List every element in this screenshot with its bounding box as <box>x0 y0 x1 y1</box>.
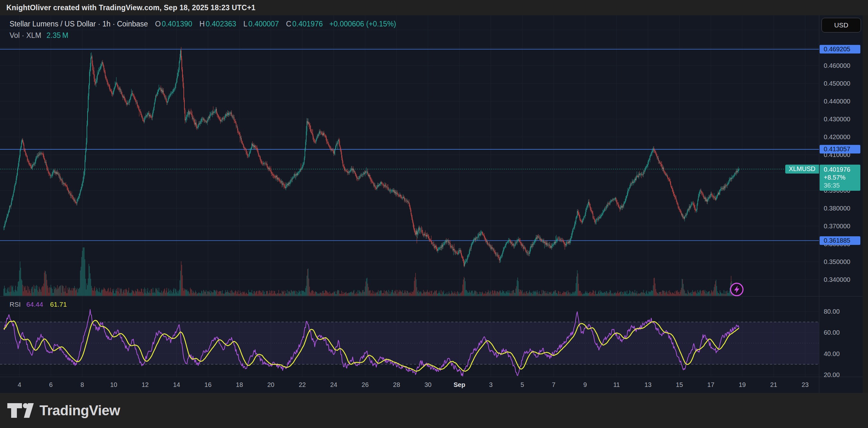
price-axis-label: 0.420000 <box>824 133 850 141</box>
watermark-bar: KnightOliver created with TradingView.co… <box>0 0 868 15</box>
price-level-badge: 0.361885 <box>819 236 860 245</box>
time-axis-label: 9 <box>583 381 587 389</box>
time-axis-label: 8 <box>81 381 84 389</box>
time-axis-label: 10 <box>110 381 117 389</box>
time-axis-label: 17 <box>707 381 714 389</box>
time-axis[interactable]: 4681012141618202224262830Sep357911131517… <box>0 377 863 393</box>
price-axis-label: 0.370000 <box>824 223 850 230</box>
last-price-value: 0.401976 <box>824 165 860 174</box>
candle-bodies-down <box>10 50 737 266</box>
tradingview-logo[interactable]: TradingView <box>7 402 120 419</box>
close-label: C <box>286 20 291 28</box>
price-axis-label: 0.450000 <box>824 80 850 87</box>
rsi-value-signal: 61.71 <box>50 301 67 308</box>
rsi-axis-label: 80.00 <box>824 308 840 315</box>
candle-wicks-up <box>4 49 739 267</box>
price-axis-label: 0.380000 <box>824 205 850 212</box>
last-price-symbol-tag[interactable]: XLMUSD <box>785 165 819 174</box>
time-axis-label: 11 <box>613 381 620 389</box>
lightning-marker-icon[interactable] <box>731 283 743 296</box>
price-change: +0.000606 (+0.15%) <box>329 20 396 28</box>
price-level-badge: 0.469205 <box>819 45 860 54</box>
close-value: 0.401976 <box>292 20 323 28</box>
rsi-value-main: 64.44 <box>26 301 43 308</box>
rsi-label[interactable]: RSI <box>9 301 21 308</box>
bar-countdown: 36:35 <box>824 182 860 189</box>
time-axis-label: 14 <box>173 381 180 389</box>
chart-area: Stellar Lumens / US Dollar · 1h · Coinba… <box>0 15 868 393</box>
time-axis-label: 26 <box>362 381 369 389</box>
time-axis-label: 20 <box>267 381 274 389</box>
candle-wicks-down <box>10 47 737 267</box>
time-axis-label: Sep <box>454 381 465 389</box>
volume-label[interactable]: Vol · XLM <box>9 31 41 39</box>
volume-bars-up <box>4 247 739 296</box>
price-axis-label: 0.460000 <box>824 62 850 69</box>
candle-bodies-up <box>4 50 739 266</box>
price-axis[interactable]: 0.4600000.4500000.4400000.4300000.420000… <box>819 15 863 393</box>
rsi-axis-label: 60.00 <box>824 329 840 336</box>
chart-legend: Stellar Lumens / US Dollar · 1h · Coinba… <box>9 20 396 40</box>
volume-legend-row: Vol · XLM 2.35 M <box>9 31 396 40</box>
price-axis-label: 0.340000 <box>824 276 850 283</box>
time-axis-label: 5 <box>521 381 524 389</box>
symbol-legend-row: Stellar Lumens / US Dollar · 1h · Coinba… <box>9 20 396 28</box>
time-axis-label: 24 <box>330 381 337 389</box>
time-axis-label: 19 <box>739 381 746 389</box>
price-chart-canvas[interactable] <box>0 15 868 393</box>
price-axis-label: 0.350000 <box>824 258 850 265</box>
footer-bar: TradingView <box>0 393 868 428</box>
right-edge-strip <box>863 15 868 393</box>
rsi-legend: RSI 64.44 61.71 <box>9 301 67 308</box>
time-axis-label: 16 <box>205 381 211 389</box>
time-axis-label: 6 <box>49 381 53 389</box>
time-axis-label: 15 <box>676 381 683 389</box>
pane-separator[interactable] <box>0 296 863 297</box>
volume-value: 2.35 M <box>46 31 68 39</box>
volume-bars-down <box>10 261 737 296</box>
price-axis-label: 0.430000 <box>824 116 850 123</box>
currency-toggle-button[interactable]: USD <box>822 18 861 32</box>
open-label: O <box>155 20 161 28</box>
time-axis-label: 30 <box>425 381 431 389</box>
low-label: L <box>243 20 247 28</box>
symbol-title[interactable]: Stellar Lumens / US Dollar · 1h · Coinba… <box>9 20 148 28</box>
time-axis-label: 4 <box>18 381 21 389</box>
last-price-change-pct: +8.57% <box>824 174 860 182</box>
time-axis-label: 3 <box>489 381 493 389</box>
time-axis-label: 23 <box>802 381 808 389</box>
low-value: 0.400007 <box>248 20 279 28</box>
price-axis-label: 0.440000 <box>824 98 850 105</box>
last-price-badge: 0.401976+8.57%36:35 <box>819 165 860 191</box>
open-value: 0.401390 <box>162 20 192 28</box>
time-axis-label: 13 <box>645 381 651 389</box>
time-axis-label: 7 <box>552 381 555 389</box>
time-axis-label: 28 <box>393 381 400 389</box>
tradingview-logo-text: TradingView <box>39 402 120 419</box>
time-axis-label: 22 <box>299 381 306 389</box>
tradingview-logo-icon <box>7 402 34 419</box>
watermark-text: KnightOliver created with TradingView.co… <box>6 3 255 12</box>
time-axis-label: 12 <box>142 381 149 389</box>
high-value: 0.402363 <box>206 20 236 28</box>
time-axis-label: 21 <box>770 381 777 389</box>
rsi-axis-label: 40.00 <box>824 350 840 357</box>
time-axis-label: 18 <box>236 381 243 389</box>
price-level-badge: 0.413057 <box>819 145 860 153</box>
high-label: H <box>199 20 205 28</box>
